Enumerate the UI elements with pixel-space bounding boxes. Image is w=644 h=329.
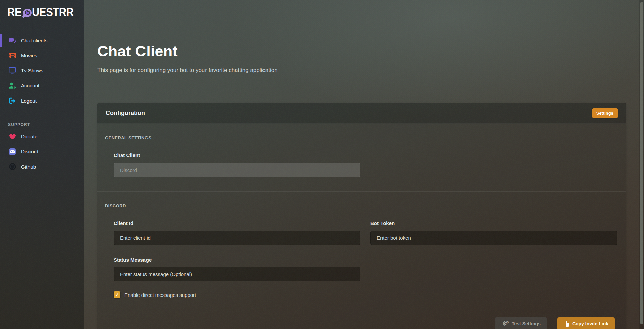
dm-support-checkbox-row[interactable]: ✓ Enable direct messages support [114,291,617,298]
discord-icon [8,148,17,155]
configuration-card: Configuration Settings GENERAL SETTINGS … [97,103,626,329]
scrollbar-track[interactable] [639,0,644,329]
client-id-label: Client Id [114,220,360,226]
support-section-header: SUPPORT [8,122,84,127]
bot-token-label: Bot Token [370,220,617,226]
chat-client-select[interactable] [114,163,360,177]
sidebar-support-nav: Donate Discord Github [0,129,84,174]
bot-token-input[interactable] [370,231,617,245]
settings-button[interactable]: Settings [592,108,618,118]
heart-icon [8,133,17,140]
discord-section-header: DISCORD [105,203,626,208]
scrollbar-thumb[interactable] [640,2,643,324]
app-logo[interactable]: RE UESTRR [0,3,84,21]
card-footer-actions: ⚙⚙ Test Settings Copy Invite Link [97,317,615,329]
sidebar-item-movies[interactable]: Movies [0,48,84,63]
github-icon [8,163,17,171]
copy-icon [564,321,569,327]
logo-text-right: UESTRR [32,5,74,19]
chat-bubbles-icon [8,37,17,44]
configuration-card-body: GENERAL SETTINGS Chat Client DISCORD Cli… [97,135,626,329]
page-title: Chat Client [97,42,626,60]
sidebar-item-donate[interactable]: Donate [0,129,84,144]
copy-invite-link-button[interactable]: Copy Invite Link [557,317,615,329]
user-shield-icon [8,82,17,89]
dm-support-checkbox[interactable]: ✓ [114,291,120,298]
check-icon: ✓ [115,292,119,298]
main-content: Chat Client This page is for configuring… [84,0,644,329]
sidebar-item-label: Github [21,164,36,170]
sidebar-item-label: Chat clients [21,38,47,43]
sidebar-item-label: Movies [21,53,37,58]
sidebar-item-label: Discord [21,149,38,154]
sidebar-item-logout[interactable]: Logout [0,93,84,108]
sidebar-item-account[interactable]: Account [0,78,84,93]
client-id-input[interactable] [114,231,360,245]
sidebar-item-discord[interactable]: Discord [0,144,84,159]
sidebar-item-chat-clients[interactable]: Chat clients [0,33,84,48]
sidebar-item-github[interactable]: Github [0,159,84,174]
sidebar-item-label: Tv Shows [21,68,43,73]
sidebar-divider [8,114,84,114]
logo-text-left: RE [7,5,21,19]
section-divider [97,191,626,192]
copy-invite-link-button-label: Copy Invite Link [572,321,608,326]
status-message-input[interactable] [114,267,360,281]
general-settings-section-header: GENERAL SETTINGS [105,135,626,140]
tv-icon [8,67,17,74]
card-title: Configuration [106,110,145,117]
configuration-card-header: Configuration Settings [97,103,626,124]
active-indicator [0,34,2,47]
chat-client-label: Chat Client [114,152,617,158]
sidebar-item-label: Donate [21,134,37,139]
film-icon [8,52,17,59]
sidebar-item-label: Account [21,83,39,88]
sign-out-icon [8,97,17,105]
test-settings-button[interactable]: ⚙⚙ Test Settings [495,317,547,329]
sidebar: RE UESTRR Chat clients [0,0,84,329]
cogs-icon: ⚙⚙ [501,321,508,327]
dm-support-checkbox-label: Enable direct messages support [124,292,196,298]
test-settings-button-label: Test Settings [512,321,541,326]
logo-q-magnifier-play-icon [23,9,32,17]
sidebar-item-label: Logout [21,98,37,104]
sidebar-item-tv-shows[interactable]: Tv Shows [0,63,84,78]
status-message-label: Status Message [114,257,360,263]
sidebar-nav: Chat clients Movies [0,33,84,108]
page-subtitle: This page is for configuring your bot to… [97,67,626,74]
